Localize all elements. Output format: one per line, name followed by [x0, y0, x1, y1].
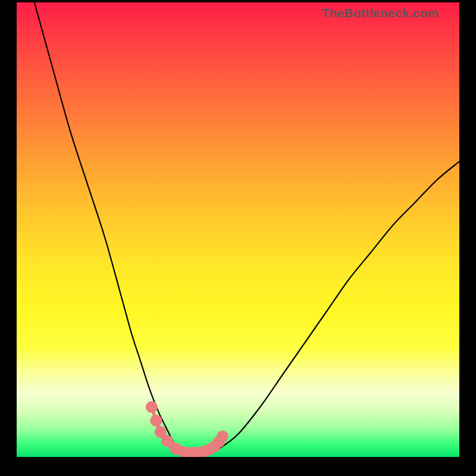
svg-point-0 — [146, 401, 158, 413]
svg-point-1 — [150, 415, 162, 427]
plot-area: TheBottleneck.com — [17, 2, 459, 457]
chart-frame: TheBottleneck.com — [0, 0, 476, 476]
svg-point-11 — [217, 431, 228, 443]
curve-svg — [17, 2, 459, 457]
bottleneck-curve — [35, 2, 459, 453]
